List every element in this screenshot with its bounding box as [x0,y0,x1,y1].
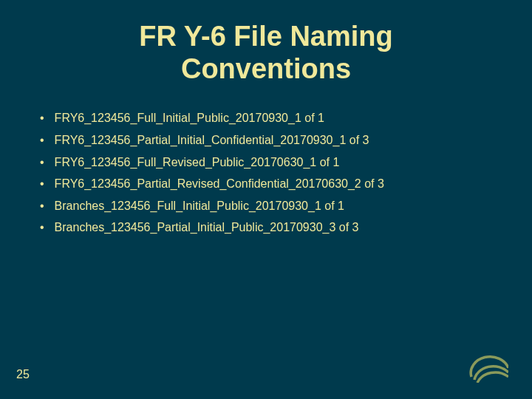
bullet-icon: • [40,109,44,128]
item-text: FRY6_123456_Partial_Initial_Confidential… [55,131,369,150]
list-item: • FRY6_123456_Partial_Initial_Confidenti… [40,131,532,150]
bullet-icon: • [40,131,44,150]
bullet-icon: • [40,174,44,194]
list-item: • FRY6_123456_Full_Revised_Public_201706… [40,153,532,172]
item-text: FRY6_123456_Partial_Revised_Confidential… [55,174,384,194]
list-item: • FRY6_123456_Full_Initial_Public_201709… [40,109,532,128]
title-line-1: FR Y-6 File Naming [139,21,392,52]
item-text: Branches_123456_Partial_Initial_Public_2… [55,218,359,237]
list-item: • Branches_123456_Full_Initial_Public_20… [40,197,532,216]
item-text: Branches_123456_Full_Initial_Public_2017… [55,197,344,216]
bullet-icon: • [40,218,44,237]
item-text: FRY6_123456_Full_Revised_Public_20170630… [55,153,340,172]
list-item: • FRY6_123456_Partial_Revised_Confidenti… [40,174,532,194]
item-text: FRY6_123456_Full_Initial_Public_20170930… [55,109,324,128]
bullet-list: • FRY6_123456_Full_Initial_Public_201709… [0,109,532,237]
bullet-icon: • [40,153,44,172]
logo-icon [466,347,508,383]
title-line-2: Conventions [181,53,351,84]
page-title: FR Y-6 File Naming Conventions [0,0,532,85]
bullet-icon: • [40,197,44,216]
list-item: • Branches_123456_Partial_Initial_Public… [40,218,532,237]
page-number: 25 [16,368,30,381]
